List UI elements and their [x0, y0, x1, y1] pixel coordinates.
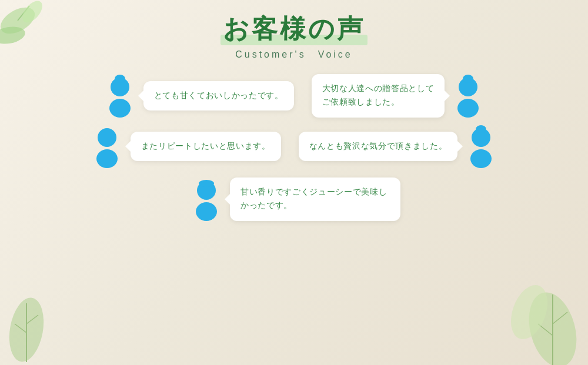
bubble-1: とても甘くておいしかったです。: [143, 81, 294, 111]
svg-point-22: [476, 125, 486, 133]
review-row-3: 甘い香りですごくジューシーで美味しかったです。: [35, 178, 553, 221]
page-container: お客様の声 Customer's Voice とても甘くておいしかったです。: [0, 0, 588, 365]
svg-point-17: [463, 75, 473, 83]
bubble-3: またリピートしたいと思います。: [131, 132, 281, 162]
svg-point-14: [115, 75, 125, 83]
main-title: お客様の声: [223, 12, 365, 46]
review-item-5: 甘い香りですごくジューシーで美味しかったです。: [188, 178, 400, 221]
review-item-4: なんとも贅沢な気分で頂きました。: [299, 125, 500, 168]
title-wrapper: お客様の声: [223, 12, 365, 46]
bubble-5: 甘い香りですごくジューシーで美味しかったです。: [230, 178, 400, 221]
bubble-text-2: 大切な人達への贈答品としてご依頼致しました。: [322, 84, 435, 106]
review-row-1: とても甘くておいしかったです。 大切な人達への贈答品としてご依頼致しました。: [35, 74, 553, 118]
review-item-1: とても甘くておいしかったです。: [101, 74, 294, 118]
bubble-text-3: またリピートしたいと思います。: [141, 142, 270, 150]
svg-point-26: [196, 202, 217, 221]
svg-point-23: [470, 149, 492, 168]
bubble-text-5: 甘い香りですごくジューシーで美味しかったです。: [240, 187, 387, 210]
svg-point-20: [96, 149, 118, 168]
reviews-grid: とても甘くておいしかったです。 大切な人達への贈答品としてご依頼致しました。: [35, 74, 553, 221]
bubble-2: 大切な人達への贈答品としてご依頼致しました。: [312, 74, 445, 118]
svg-point-18: [457, 99, 479, 118]
bubble-text-1: とても甘くておいしかったです。: [154, 91, 283, 100]
review-item-3: またリピートしたいと思います。: [88, 125, 281, 168]
bubble-text-4: なんとも贅沢な気分で頂きました。: [309, 142, 447, 150]
svg-point-25: [199, 180, 214, 187]
svg-point-19: [98, 128, 116, 147]
sub-title: Customer's Voice: [235, 49, 353, 61]
review-row-2: またリピートしたいと思います。 なんとも贅沢な気分で頂きました。: [35, 125, 553, 168]
bubble-4: なんとも贅沢な気分で頂きました。: [299, 132, 458, 162]
review-item-2: 大切な人達への贈答品としてご依頼致しました。: [312, 74, 487, 118]
svg-point-15: [109, 99, 131, 118]
